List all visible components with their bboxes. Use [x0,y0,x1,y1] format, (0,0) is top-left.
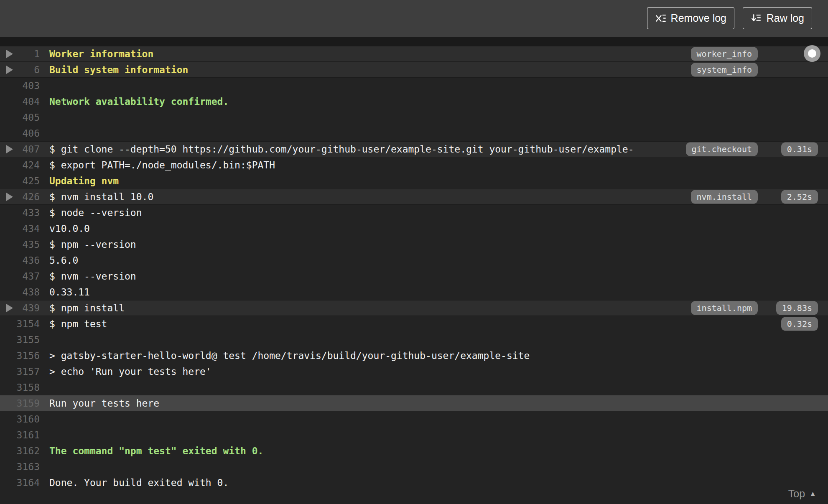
log-toolbar: Remove log Raw log [0,0,828,37]
log-line: 3160 [0,411,828,427]
log-line: 433$ node --version [0,205,828,221]
top-label: Top [788,488,805,500]
log-text: Run your tests here [49,395,159,411]
log-line: 404Network availability confirmed. [0,94,828,109]
fold-toggle-icon[interactable] [6,145,13,153]
log-text: $ export PATH=./node_modules/.bin:$PATH [49,157,275,173]
line-number[interactable]: 3159 [0,395,40,411]
line-number[interactable]: 3157 [0,364,40,379]
log-line: 439$ npm installinstall.npm19.83s [0,300,828,316]
log-text: > echo 'Run your tests here' [49,364,211,379]
log-text: Network availability confirmed. [49,94,229,109]
log-text: $ nvm install 10.0 [49,189,153,205]
fold-label-badge: system_info [691,63,758,77]
log-line: 1Worker informationworker_info [0,46,828,62]
log-text: > gatsby-starter-hello-world@ test /home… [49,348,530,364]
log-line: 4380.33.11 [0,284,828,300]
line-number[interactable]: 3154 [0,316,40,332]
fold-toggle-icon[interactable] [6,304,13,312]
raw-log-label: Raw log [767,12,804,24]
log-text: 0.33.11 [49,284,90,300]
log-line: 426$ nvm install 10.0nvm.install2.52s [0,189,828,205]
log-line: 407$ git clone --depth=50 https://github… [0,141,828,157]
log-line: 425Updating nvm [0,173,828,189]
raw-log-button[interactable]: Raw log [743,7,812,29]
remove-log-button[interactable]: Remove log [647,7,734,29]
log-line: 406 [0,125,828,141]
line-number[interactable]: 404 [0,94,40,109]
log-text: 5.6.0 [49,252,78,268]
duration-badge: 2.52s [781,190,818,204]
duration-badge: 19.83s [776,301,818,315]
log-line: 6Build system informationsystem_info [0,62,828,78]
line-number[interactable]: 3158 [0,379,40,395]
line-number[interactable]: 425 [0,173,40,189]
fold-toggle-icon[interactable] [6,50,13,58]
fold-label-badge: nvm.install [691,190,758,204]
log-line: 424$ export PATH=./node_modules/.bin:$PA… [0,157,828,173]
log-text: Worker information [49,46,153,62]
log-text: $ npm install [49,300,125,316]
log-line: 3157> echo 'Run your tests here' [0,364,828,379]
line-number[interactable]: 435 [0,237,40,252]
log-line: 3158 [0,379,828,395]
line-number[interactable]: 3164 [0,475,40,491]
fold-label-badge: install.npm [691,301,758,315]
log-text: $ npm test [49,316,107,332]
scroll-marker[interactable] [804,45,820,62]
log-text: $ nvm --version [49,268,136,284]
fold-label-badge: worker_info [691,47,758,61]
log-line: 435$ npm --version [0,237,828,252]
log-line: 405 [0,109,828,125]
fold-toggle-icon[interactable] [6,66,13,74]
log-text: The command "npm test" exited with 0. [49,443,263,459]
line-number[interactable]: 3163 [0,459,40,475]
line-number[interactable]: 406 [0,125,40,141]
line-number[interactable]: 438 [0,284,40,300]
log-body: 1Worker informationworker_info6Build sys… [0,46,828,504]
fold-label-badge: git.checkout [686,143,758,156]
log-line: 3155 [0,332,828,348]
log-line: 403 [0,78,828,94]
log-line: 3156> gatsby-starter-hello-world@ test /… [0,348,828,364]
log-text: Done. Your build exited with 0. [49,475,229,491]
line-number[interactable]: 437 [0,268,40,284]
line-number[interactable]: 436 [0,252,40,268]
caret-up-icon: ▲ [809,490,816,498]
log-text: v10.0.0 [49,221,90,237]
log-line: 3154$ npm test0.32s [0,316,828,332]
duration-badge: 0.31s [781,143,818,156]
line-number[interactable]: 433 [0,205,40,221]
log-line: 3164Done. Your build exited with 0. [0,475,828,491]
line-number[interactable]: 3162 [0,443,40,459]
log-text: $ npm --version [49,237,136,252]
remove-log-icon [655,13,666,24]
line-number[interactable]: 403 [0,78,40,94]
line-number[interactable]: 3155 [0,332,40,348]
log-line: 437$ nvm --version [0,268,828,284]
raw-log-icon [751,13,762,24]
log-line: 3162The command "npm test" exited with 0… [0,443,828,459]
log-line: 3163 [0,459,828,475]
line-number[interactable]: 3160 [0,411,40,427]
line-number[interactable]: 3161 [0,427,40,443]
scroll-to-top-link[interactable]: Top ▲ [788,488,816,500]
duration-badge: 0.32s [781,317,818,331]
log-text: Build system information [49,62,188,78]
log-line: 3159Run your tests here [0,395,828,411]
log-line: 4365.6.0 [0,252,828,268]
log-text: $ git clone --depth=50 https://github.co… [49,141,634,157]
log-line: 3161 [0,427,828,443]
log-text: Updating nvm [49,173,119,189]
fold-toggle-icon[interactable] [6,193,13,201]
line-number[interactable]: 3156 [0,348,40,364]
log-text: $ node --version [49,205,142,221]
line-number[interactable]: 405 [0,109,40,125]
remove-log-label: Remove log [671,12,726,24]
line-number[interactable]: 424 [0,157,40,173]
log-line: 434v10.0.0 [0,221,828,237]
line-number[interactable]: 434 [0,221,40,237]
